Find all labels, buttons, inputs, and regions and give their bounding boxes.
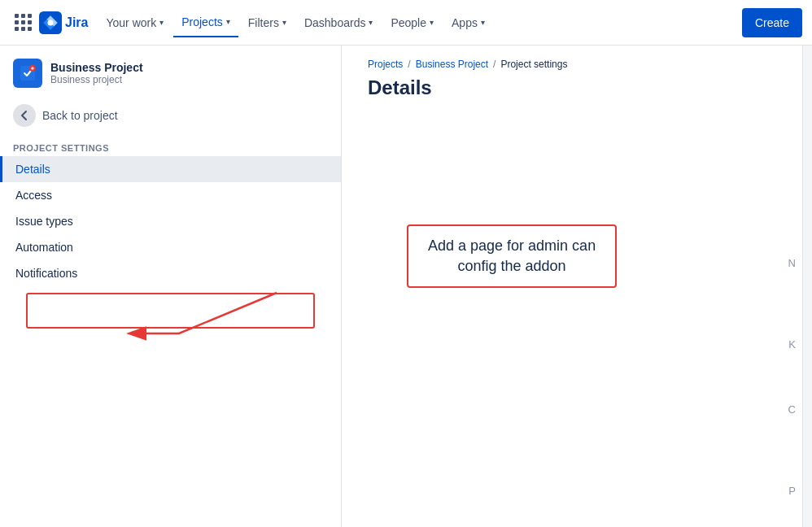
project-header: Business Project Business project <box>0 46 341 98</box>
grid-icon <box>15 14 32 31</box>
sidebar: Business Project Business project Back t… <box>0 46 342 527</box>
scrollbar-track[interactable] <box>802 46 812 527</box>
sidebar-item-automation[interactable]: Automation <box>0 234 341 260</box>
right-content-hint-1: N <box>788 257 796 269</box>
nav-your-work[interactable]: Your work ▾ <box>98 8 172 37</box>
addon-config-placeholder[interactable] <box>26 293 315 329</box>
annotation-box: Add a page for admin can config the addo… <box>407 224 617 288</box>
breadcrumb-projects[interactable]: Projects <box>368 59 403 70</box>
breadcrumb: Projects / Business Project / Project se… <box>342 46 812 70</box>
chevron-down-icon: ▾ <box>159 18 164 27</box>
project-info: Business Project Business project <box>50 61 143 85</box>
page-layout: Business Project Business project Back t… <box>0 46 812 527</box>
nav-filters[interactable]: Filters ▾ <box>240 8 295 37</box>
svg-point-1 <box>48 20 54 25</box>
chevron-down-icon: ▾ <box>369 18 373 27</box>
page-title: Details <box>342 70 812 119</box>
breadcrumb-separator: / <box>493 59 495 70</box>
jira-logo-text: Jira <box>65 15 88 30</box>
grid-menu-button[interactable] <box>10 10 36 36</box>
back-label: Back to project <box>42 109 118 122</box>
breadcrumb-business-project[interactable]: Business Project <box>416 59 488 70</box>
nav-people[interactable]: People ▾ <box>382 8 442 37</box>
annotation-container: Add a page for admin can config the addo… <box>407 224 617 288</box>
chevron-down-icon: ▾ <box>430 18 434 27</box>
project-type: Business project <box>50 74 143 85</box>
sidebar-item-issue-types[interactable]: Issue types <box>0 208 341 234</box>
project-icon <box>13 59 42 88</box>
sidebar-item-details[interactable]: Details <box>0 156 341 182</box>
breadcrumb-separator: / <box>408 59 410 70</box>
back-to-project-button[interactable]: Back to project <box>0 98 341 133</box>
nav-items: Your work ▾ Projects ▾ Filters ▾ Dashboa… <box>98 8 732 37</box>
main-content: Projects / Business Project / Project se… <box>342 46 812 527</box>
nav-apps[interactable]: Apps ▾ <box>443 8 493 37</box>
nav-dashboards[interactable]: Dashboards ▾ <box>296 8 382 37</box>
sidebar-item-notifications[interactable]: Notifications <box>0 260 341 286</box>
project-name: Business Project <box>50 61 143 74</box>
right-content-hint-3: C <box>788 403 796 416</box>
back-icon <box>13 104 36 127</box>
project-settings-label: Project settings <box>0 133 341 156</box>
create-button[interactable]: Create <box>742 8 802 37</box>
chevron-down-icon: ▾ <box>282 18 286 27</box>
jira-logo[interactable]: Jira <box>39 11 88 34</box>
breadcrumb-current: Project settings <box>500 59 567 70</box>
sidebar-item-access[interactable]: Access <box>0 182 341 208</box>
right-content-hint-2: K <box>788 338 796 351</box>
chevron-down-icon: ▾ <box>481 18 485 27</box>
chevron-down-icon: ▾ <box>226 17 230 26</box>
right-content-hint-4: P <box>788 485 796 497</box>
nav-projects[interactable]: Projects ▾ <box>173 8 238 37</box>
top-navigation: Jira Your work ▾ Projects ▾ Filters ▾ Da… <box>0 0 812 46</box>
